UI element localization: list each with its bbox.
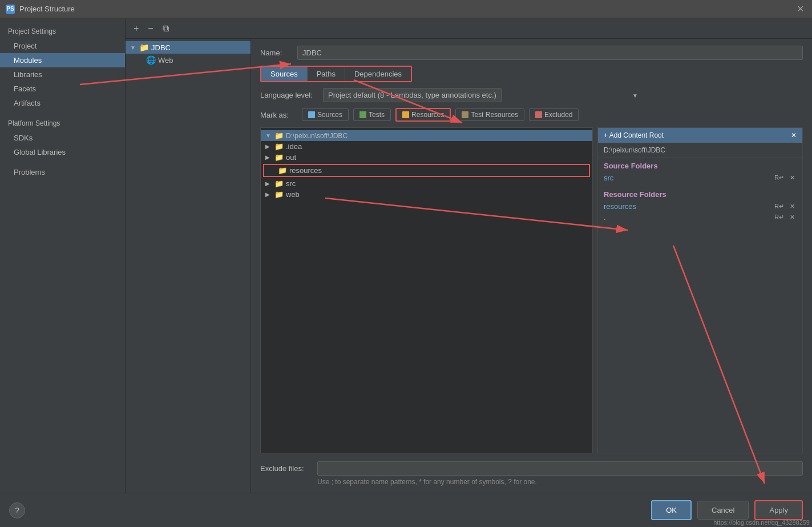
tests-dot xyxy=(359,111,366,118)
platform-settings-header: Platform Settings xyxy=(0,116,125,131)
mark-as-row: Mark as: Sources Tests Resources xyxy=(260,108,803,122)
content-tree-item-out[interactable]: ▶ 📁 out xyxy=(261,152,592,163)
right-panel: Name: Sources Paths Dependencies xyxy=(251,39,812,493)
floating-panel: + Add Content Root ✕ D:\peixun\soft\JDBC… xyxy=(597,127,803,453)
content-arrow-idea: ▶ xyxy=(265,143,272,150)
project-settings-header: Project Settings xyxy=(0,24,125,39)
window-title: Project Structure xyxy=(19,5,75,13)
add-module-button[interactable]: + xyxy=(130,22,142,35)
copy-module-button[interactable]: ⧉ xyxy=(159,22,172,35)
cancel-button[interactable]: Cancel xyxy=(697,501,749,520)
source-folder-src-actions: R↵ ✕ xyxy=(773,174,797,182)
sidebar-item-sdks[interactable]: SDKs xyxy=(0,131,125,145)
watermark: https://blog.csdn.net/qq_43288259 xyxy=(713,519,810,526)
tab-sources[interactable]: Sources xyxy=(261,67,308,81)
mark-test-resources-button[interactable]: Test Resources xyxy=(455,108,524,121)
content-label-root: D:\peixun\soft\JDBC xyxy=(286,132,348,140)
apply-button[interactable]: Apply xyxy=(754,500,803,520)
add-content-root-label[interactable]: + Add Content Root xyxy=(604,131,664,139)
content-tree-item-src[interactable]: ▶ 📁 src xyxy=(261,178,592,189)
content-tree-item-resources[interactable]: 📁 resources xyxy=(264,165,589,176)
mark-as-label: Mark as: xyxy=(260,111,297,119)
lang-level-row: Language level: Project default (8 - Lam… xyxy=(260,88,803,102)
content-tree-item-idea[interactable]: ▶ 📁 .idea xyxy=(261,141,592,152)
mark-resources-button[interactable]: Resources xyxy=(395,108,451,122)
content-tree-item-root[interactable]: ▼ 📁 D:\peixun\soft\JDBC xyxy=(261,130,592,141)
resource-folders-section: Resource Folders resources R↵ ✕ . xyxy=(598,187,802,226)
sidebar: Project Settings Project Modules Librari… xyxy=(0,18,126,493)
sidebar-item-libraries[interactable]: Libraries xyxy=(0,67,125,82)
content-folder-out: 📁 xyxy=(274,153,284,162)
close-button[interactable]: ✕ xyxy=(794,3,806,14)
sidebar-item-global-libraries[interactable]: Global Libraries xyxy=(0,145,125,159)
source-folders-title: Source Folders xyxy=(604,162,797,170)
content-tree-item-web[interactable]: ▶ 📁 web xyxy=(261,189,592,200)
content-tree: ▼ 📁 D:\peixun\soft\JDBC ▶ 📁 .idea ▶ xyxy=(260,127,593,453)
content-folder-root: 📁 xyxy=(274,131,284,140)
source-folders-section: Source Folders src R↵ ✕ xyxy=(598,158,802,187)
resource-folder-resources-remove[interactable]: ✕ xyxy=(788,202,797,211)
content-folder-src: 📁 xyxy=(274,179,284,188)
source-folder-src-r[interactable]: R↵ xyxy=(773,174,786,182)
resource-folder-dot-remove[interactable]: ✕ xyxy=(788,213,797,222)
exclude-row: Exclude files: xyxy=(260,459,803,476)
lang-level-select[interactable]: Project default (8 - Lambdas, type annot… xyxy=(323,88,502,102)
app-icon: PS xyxy=(6,5,15,14)
mark-excluded-button[interactable]: Excluded xyxy=(529,108,579,121)
help-button[interactable]: ? xyxy=(9,502,25,518)
source-folder-src-remove[interactable]: ✕ xyxy=(788,174,797,182)
sidebar-item-artifacts[interactable]: Artifacts xyxy=(0,96,125,110)
module-toolbar: + − ⧉ xyxy=(126,18,812,39)
sidebar-item-project[interactable]: Project xyxy=(0,39,125,53)
tree-label-web: Web xyxy=(158,56,173,65)
mark-sources-button[interactable]: Sources xyxy=(302,108,349,121)
content-label-src: src xyxy=(286,179,296,188)
sidebar-item-modules[interactable]: Modules xyxy=(0,53,125,67)
resource-folder-dot-actions: R↵ ✕ xyxy=(773,213,797,222)
title-bar: PS Project Structure ✕ xyxy=(0,0,812,18)
resource-folder-dot-r[interactable]: R↵ xyxy=(773,213,786,222)
ok-button[interactable]: OK xyxy=(651,500,692,520)
mark-tests-button[interactable]: Tests xyxy=(353,108,391,121)
excluded-dot xyxy=(535,111,542,118)
content-arrow-web: ▶ xyxy=(265,191,272,198)
tab-dependencies[interactable]: Dependencies xyxy=(345,67,411,81)
content-area: ▼ 📁 D:\peixun\soft\JDBC ▶ 📁 .idea ▶ xyxy=(260,127,803,453)
tree-item-jdbc[interactable]: ▼ 📁 JDBC xyxy=(126,41,251,54)
tabs-row: Sources Paths Dependencies xyxy=(260,66,412,82)
bottom-left: ? xyxy=(9,502,25,518)
remove-module-button[interactable]: − xyxy=(144,22,156,35)
resource-folder-dot-label: . xyxy=(604,213,606,222)
exclude-label: Exclude files: xyxy=(260,464,312,473)
content-arrow-root: ▼ xyxy=(265,132,272,139)
exclude-hint: Use ; to separate name patterns, * for a… xyxy=(260,476,803,486)
bottom-right: OK Cancel Apply xyxy=(651,500,803,520)
resource-folder-resources-label: resources xyxy=(604,202,636,211)
floating-panel-close[interactable]: ✕ xyxy=(791,131,797,139)
resources-dot xyxy=(402,111,409,118)
exclude-section: Exclude files: Use ; to separate name pa… xyxy=(260,459,803,486)
sidebar-item-facets[interactable]: Facets xyxy=(0,82,125,96)
resource-folders-title: Resource Folders xyxy=(604,190,797,199)
resources-highlighted-row: 📁 resources xyxy=(263,164,590,177)
sources-dot xyxy=(308,111,315,118)
resource-folder-resources-actions: R↵ ✕ xyxy=(773,202,797,211)
sidebar-item-problems[interactable]: Problems xyxy=(0,165,125,179)
lang-level-label: Language level: xyxy=(260,91,317,99)
name-input[interactable] xyxy=(297,46,803,60)
resource-folder-resources-r[interactable]: R↵ xyxy=(773,202,786,211)
content-label-resources: resources xyxy=(289,166,322,175)
content-label-out: out xyxy=(286,153,296,162)
content-folder-web: 📁 xyxy=(274,190,284,199)
bottom-bar: ? OK Cancel Apply xyxy=(0,493,812,527)
tab-paths[interactable]: Paths xyxy=(308,67,345,81)
tree-arrow-jdbc: ▼ xyxy=(130,45,137,51)
content-arrow-out: ▶ xyxy=(265,154,272,160)
content-arrow-src: ▶ xyxy=(265,180,272,187)
exclude-input[interactable] xyxy=(317,461,803,476)
tree-item-web[interactable]: 🌐 Web xyxy=(126,54,251,66)
floating-panel-header: + Add Content Root ✕ xyxy=(598,128,802,143)
content-folder-resources: 📁 xyxy=(278,166,287,175)
module-tree: ▼ 📁 JDBC 🌐 Web xyxy=(126,39,251,493)
folder-icon-jdbc: 📁 xyxy=(139,43,149,52)
